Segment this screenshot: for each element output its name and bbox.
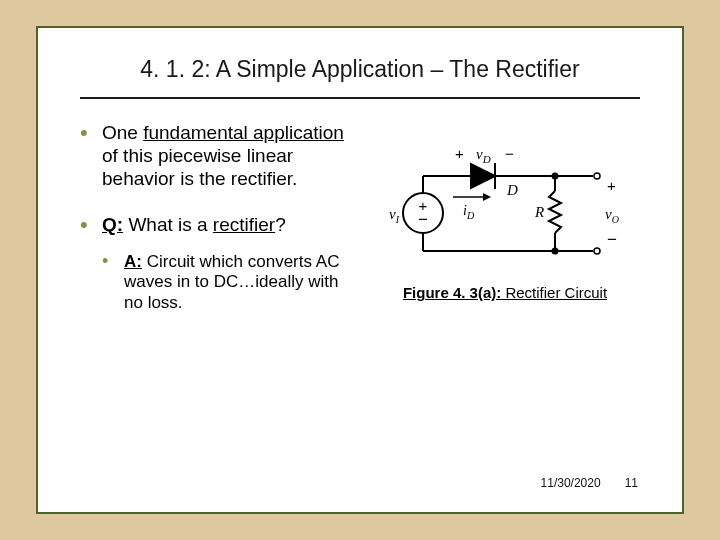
right-column: + − + vD − iD D R vI (370, 121, 640, 336)
footer-page: 11 (625, 476, 638, 490)
circuit-diagram-icon: + − + vD − iD D R vI (375, 141, 635, 276)
sub-bullet-list: A: Circuit which converts AC waves in to… (102, 252, 358, 314)
b1-underline: fundamental application (143, 122, 344, 143)
label-vO-plus: + (607, 177, 616, 194)
content-row: One fundamental application of this piec… (80, 121, 640, 336)
label-vO-minus: − (607, 230, 617, 249)
label-vD-plus: + (455, 145, 464, 162)
b2-rect: rectifier (213, 214, 275, 235)
b2-mid: What is a (123, 214, 213, 235)
svg-text:vD: vD (476, 146, 491, 165)
figure-caption: Figure 4. 3(a): Rectifier Circuit (375, 284, 635, 301)
label-vI-sub: I (395, 214, 400, 225)
svg-marker-1 (471, 164, 495, 188)
slide-title: 4. 1. 2: A Simple Application – The Rect… (80, 56, 640, 97)
sub-body: Circuit which converts AC waves in to DC… (124, 252, 339, 312)
bullet-2: Q: What is a rectifier? A: Circuit which… (80, 213, 358, 314)
figure-wrap: + − + vD − iD D R vI (375, 141, 635, 301)
bullet-1: One fundamental application of this piec… (80, 121, 358, 191)
svg-point-19 (594, 173, 600, 179)
figcap-rest: Rectifier Circuit (501, 284, 607, 301)
b2-q: Q: (102, 214, 123, 235)
svg-point-8 (553, 249, 558, 254)
b1-pre: One (102, 122, 143, 143)
figcap-bold: Figure 4. 3(a): (403, 284, 501, 301)
svg-text:−: − (418, 210, 428, 229)
footer-date: 11/30/2020 (541, 476, 601, 490)
title-underline (80, 97, 640, 99)
label-D: D (506, 182, 518, 198)
svg-point-20 (594, 248, 600, 254)
left-column: One fundamental application of this piec… (80, 121, 358, 336)
b1-post: of this piecewise linear behavior is the… (102, 145, 297, 189)
label-vO-sub: O (612, 214, 619, 225)
footer: 11/30/2020 11 (541, 476, 638, 490)
b2-end: ? (275, 214, 286, 235)
svg-marker-16 (483, 193, 491, 201)
label-vD-minus: − (505, 145, 514, 162)
sub-a: A: (124, 252, 142, 271)
svg-text:iD: iD (463, 203, 475, 221)
slide-frame: 4. 1. 2: A Simple Application – The Rect… (36, 26, 684, 514)
svg-text:vI: vI (389, 206, 400, 225)
svg-text:vO: vO (605, 206, 619, 225)
bullet-list: One fundamental application of this piec… (80, 121, 358, 314)
label-R: R (534, 204, 544, 220)
label-vD-sub: D (482, 153, 491, 165)
label-iD-sub: D (466, 210, 475, 221)
sub-bullet-1: A: Circuit which converts AC waves in to… (102, 252, 358, 314)
